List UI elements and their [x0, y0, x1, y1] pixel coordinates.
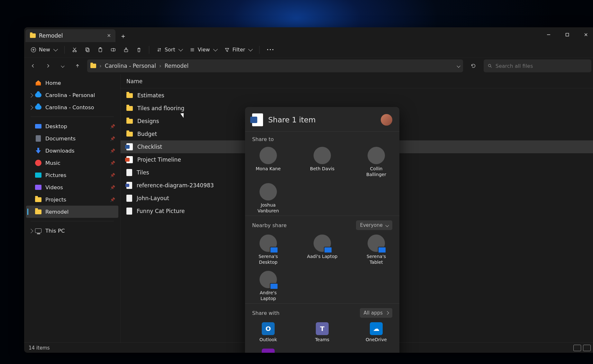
sidebar-item-this-pc[interactable]: This PC — [26, 225, 118, 237]
home-icon — [35, 80, 41, 86]
share-contact[interactable]: Collin Ballinger — [360, 147, 392, 177]
nearby-share-label: Nearby share — [252, 222, 287, 228]
sidebar-item-label: Carolina - Contoso — [45, 104, 94, 111]
contact-name: Mona Kane — [256, 166, 281, 172]
sidebar-item-cloud-personal[interactable]: Carolina - Personal — [26, 89, 118, 101]
sidebar-item-remodel[interactable]: Remodel — [26, 206, 118, 218]
nearby-device[interactable]: Andre's Laptop — [252, 271, 284, 301]
delete-button[interactable] — [133, 45, 145, 55]
new-tab-button[interactable]: ＋ — [117, 30, 129, 42]
file-name: Designs — [137, 118, 159, 124]
file-name: Checklist — [137, 144, 162, 150]
share-app-teams[interactable]: TTeams — [306, 322, 338, 343]
user-avatar[interactable] — [381, 114, 392, 126]
address-bar[interactable]: › Carolina - Personal › Remodel — [87, 59, 463, 72]
file-icon — [126, 195, 132, 202]
pc-icon — [35, 228, 41, 233]
recent-locations-button[interactable] — [58, 61, 68, 71]
tab-remodel[interactable]: Remodel ✕ — [25, 29, 115, 42]
copy-button[interactable] — [81, 45, 94, 55]
cloud-icon — [35, 105, 41, 110]
cut-button[interactable] — [68, 45, 81, 55]
search-box[interactable] — [484, 59, 591, 72]
forward-button[interactable] — [43, 61, 53, 71]
view-button[interactable]: View — [186, 45, 220, 55]
svg-line-22 — [491, 67, 492, 67]
sidebar-item-videos[interactable]: Videos📌 — [26, 181, 118, 193]
share-button[interactable] — [120, 45, 132, 55]
minimize-button[interactable] — [539, 27, 558, 42]
sidebar-item-cloud-contoso[interactable]: Carolina - Contoso — [26, 101, 118, 113]
chevron-down-icon — [385, 223, 389, 227]
pin-icon: 📌 — [110, 124, 115, 129]
nearby-device[interactable]: Aadi's Laptop — [306, 235, 338, 265]
device-avatar-icon — [260, 271, 277, 288]
sidebar-item-label: Desktop — [45, 123, 67, 129]
svg-line-9 — [73, 48, 76, 50]
avatar-icon — [260, 183, 277, 200]
breadcrumb-root[interactable]: Carolina - Personal — [105, 63, 156, 69]
up-button[interactable] — [72, 61, 83, 71]
tab-close-icon[interactable]: ✕ — [107, 33, 111, 39]
details-view-button[interactable] — [573, 345, 581, 351]
sidebar-item-desktop[interactable]: Desktop📌 — [26, 120, 118, 132]
contact-name: Joshua Vanburen — [252, 202, 284, 214]
tab-title: Remodel — [39, 32, 63, 39]
maximize-button[interactable] — [558, 27, 577, 42]
share-app-outlook[interactable]: OOutlook — [252, 322, 284, 343]
breadcrumb-current[interactable]: Remodel — [165, 63, 188, 69]
thumbnails-view-button[interactable] — [583, 345, 591, 351]
file-name: Funny Cat Picture — [137, 208, 185, 214]
sort-label: Sort — [165, 47, 175, 53]
sidebar-item-home[interactable]: Home — [26, 77, 118, 89]
sidebar-item-label: Remodel — [45, 209, 68, 215]
separator — [149, 46, 149, 54]
search-input[interactable] — [496, 63, 588, 69]
chevron-down-icon — [178, 47, 183, 51]
cloud-icon — [35, 93, 41, 97]
expand-icon[interactable] — [29, 105, 33, 110]
all-apps-button[interactable]: All apps — [360, 308, 392, 318]
paste-button[interactable] — [94, 45, 106, 55]
rename-icon — [110, 47, 116, 53]
chevron-down-icon[interactable] — [457, 64, 460, 67]
nearby-scope-dropdown[interactable]: Everyone — [356, 220, 392, 230]
share-contact[interactable]: Beth Davis — [306, 147, 338, 177]
share-contact[interactable]: Mona Kane — [252, 147, 284, 177]
share-app-onedrive[interactable]: ☁OneDrive — [360, 322, 392, 343]
share-sheet: Share 1 item Share to Mona Kane Beth Dav… — [245, 107, 399, 353]
folder-icon — [126, 93, 133, 98]
more-button[interactable]: ··· — [263, 45, 278, 55]
nav-row: › Carolina - Personal › Remodel — [24, 58, 593, 74]
rename-button[interactable] — [107, 45, 119, 55]
column-header-name[interactable]: Name — [121, 74, 593, 88]
share-app-onenote[interactable]: NOneNote — [252, 349, 284, 353]
share-contact[interactable]: Joshua Vanburen — [252, 183, 284, 214]
refresh-button[interactable] — [468, 60, 479, 72]
titlebar: Remodel ✕ ＋ — [24, 27, 593, 42]
close-button[interactable] — [577, 27, 593, 42]
nearby-device[interactable]: Serena's Desktop — [252, 235, 284, 265]
sidebar-item-downloads[interactable]: Downloads📌 — [26, 145, 118, 157]
expand-icon[interactable] — [29, 93, 33, 98]
sidebar-item-music[interactable]: Music📌 — [26, 157, 118, 169]
visio-icon — [126, 182, 132, 189]
folder-icon — [30, 33, 36, 38]
expand-icon[interactable] — [29, 229, 33, 233]
nearby-device[interactable]: Serena's Tablet — [360, 235, 392, 265]
sidebar-item-projects[interactable]: Projects📌 — [26, 193, 118, 206]
list-item[interactable]: Estimates — [121, 89, 593, 102]
filter-button[interactable]: Filter — [221, 45, 256, 55]
search-icon — [488, 63, 492, 68]
sort-button[interactable]: Sort — [153, 45, 186, 55]
svg-rect-12 — [87, 49, 89, 52]
svg-rect-11 — [86, 48, 88, 51]
toolbar: New Sort View Filter ··· — [24, 42, 593, 58]
folder-icon — [35, 209, 41, 214]
pictures-icon — [35, 173, 41, 178]
sidebar-separator — [31, 117, 114, 117]
back-button[interactable] — [28, 61, 38, 71]
sidebar-item-pictures[interactable]: Pictures📌 — [26, 169, 118, 181]
new-button[interactable]: New — [27, 45, 60, 55]
sidebar-item-documents[interactable]: Documents📌 — [26, 132, 118, 145]
